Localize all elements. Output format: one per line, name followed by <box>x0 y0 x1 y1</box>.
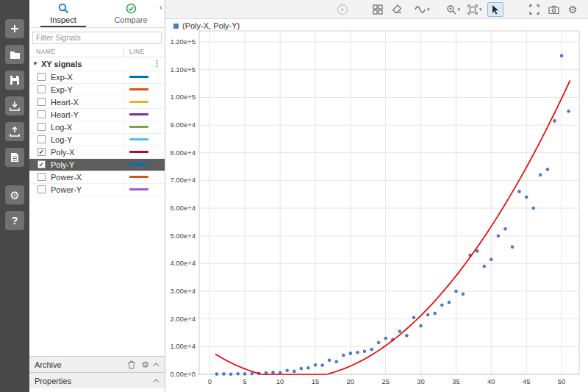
svg-text:10: 10 <box>276 377 284 385</box>
add-button[interactable] <box>5 19 24 38</box>
signal-name: Power-Y <box>51 185 123 194</box>
signal-group-xy-signals[interactable]: ▼ XY signals ⋮ <box>29 57 165 71</box>
signal-checkbox[interactable] <box>37 123 46 131</box>
signal-checkbox[interactable] <box>37 85 46 93</box>
tab-compare-label: Compare <box>114 15 147 24</box>
legend-label: (Poly-X, Poly-Y) <box>182 21 240 30</box>
signal-checkbox[interactable] <box>37 185 46 193</box>
plus-icon <box>10 24 20 34</box>
kebab-menu-icon[interactable]: ⋮ <box>153 59 161 68</box>
signal-name: Power-X <box>51 173 123 182</box>
signal-row-log-x[interactable]: Log-X <box>29 121 165 134</box>
svg-text:25: 25 <box>381 377 390 385</box>
check-circle-icon <box>126 3 137 14</box>
zoom-dropdown[interactable]: ▾ <box>444 2 463 17</box>
signal-line-cell <box>123 184 165 196</box>
tab-inspect[interactable]: Inspect <box>29 0 97 27</box>
save-icon <box>10 75 20 85</box>
chart-settings-button[interactable]: ⚙ <box>564 2 581 17</box>
signal-line-cell <box>123 121 165 133</box>
signal-row-poly-y[interactable]: ✓Poly-Y <box>29 159 165 171</box>
svg-text:6.00e+4: 6.00e+4 <box>170 204 196 212</box>
snapshot-button[interactable] <box>545 2 562 17</box>
tab-inspect-label: Inspect <box>50 15 76 24</box>
signal-checkbox[interactable]: ✓ <box>37 148 46 156</box>
signal-row-power-x[interactable]: Power-X <box>29 171 165 184</box>
panel-tabs: Inspect Compare <box>29 0 165 28</box>
svg-text:30: 30 <box>417 377 425 385</box>
preferences-button[interactable]: ⚙ <box>5 185 24 204</box>
signal-checkbox[interactable] <box>37 135 46 143</box>
eraser-button[interactable] <box>389 2 405 17</box>
save-button[interactable] <box>5 71 24 90</box>
signals-panel: ‹ Inspect Compare NAME LINE ▼ XY signals… <box>29 0 165 392</box>
signal-color-swatch <box>129 76 148 78</box>
signal-row-exp-y[interactable]: Exp-Y <box>29 84 165 96</box>
svg-text:0: 0 <box>208 377 212 385</box>
signal-row-poly-x[interactable]: ✓Poly-X <box>29 146 165 159</box>
export-icon <box>10 126 20 137</box>
signal-checkbox[interactable]: ✓ <box>37 160 46 168</box>
signal-name: Exp-Y <box>51 85 123 94</box>
chart-toolbar: ▾ ▾ ▾ ⚙ <box>165 0 588 19</box>
layout-button[interactable] <box>370 2 386 17</box>
svg-text:2.00e+4: 2.00e+4 <box>170 315 196 323</box>
archive-bar[interactable]: Archive ⚙ <box>29 356 165 372</box>
chevron-down-icon: ▾ <box>479 7 482 13</box>
signal-line-cell <box>123 159 165 171</box>
column-line: LINE <box>123 46 165 57</box>
open-button[interactable] <box>5 45 24 64</box>
eraser-icon <box>392 4 403 14</box>
report-button[interactable] <box>5 148 24 167</box>
trash-icon[interactable] <box>128 360 135 369</box>
svg-text:15: 15 <box>312 377 320 385</box>
signal-row-heart-y[interactable]: Heart-Y <box>29 109 165 121</box>
signal-list: Exp-XExp-YHeart-XHeart-YLog-XLog-Y✓Poly-… <box>29 71 165 196</box>
signal-style-dropdown[interactable]: ▾ <box>412 2 432 17</box>
signal-checkbox[interactable] <box>37 73 46 81</box>
cursor-arrow-icon <box>491 4 500 15</box>
signal-row-log-y[interactable]: Log-Y <box>29 134 165 146</box>
signal-name: Poly-X <box>51 148 123 157</box>
properties-collapse-icon[interactable] <box>153 379 159 385</box>
run-circle-icon <box>337 4 348 15</box>
signal-row-heart-x[interactable]: Heart-X <box>29 96 165 109</box>
export-button[interactable] <box>5 122 24 141</box>
plot-area: ▾ ▾ ▾ ⚙ <box>165 0 588 392</box>
signal-row-exp-x[interactable]: Exp-X <box>29 71 165 84</box>
svg-text:4.00e+4: 4.00e+4 <box>170 259 196 267</box>
archive-collapse-icon[interactable] <box>153 363 159 368</box>
xy-plot[interactable]: 051015202530354045500.00e+01.00e+42.00e+… <box>165 19 588 392</box>
fullscreen-button[interactable] <box>526 2 542 17</box>
archive-label: Archive <box>35 360 62 369</box>
pointer-tool-button[interactable] <box>487 2 503 17</box>
signal-checkbox[interactable] <box>37 110 46 118</box>
signal-name: Exp-X <box>51 73 123 82</box>
signal-checkbox[interactable] <box>37 173 46 181</box>
folder-icon <box>10 50 21 60</box>
run-button[interactable] <box>334 2 351 17</box>
chevron-down-icon: ▼ <box>32 60 38 67</box>
legend-marker <box>173 24 179 29</box>
filter-signals-input[interactable] <box>32 32 162 44</box>
chevron-down-icon: ▾ <box>427 7 430 13</box>
signal-line-cell <box>123 96 165 108</box>
signal-wave-icon <box>415 5 426 14</box>
column-name: NAME <box>29 48 123 55</box>
chart-canvas[interactable]: (Poly-X, Poly-Y) 051015202530354045500.0… <box>165 19 588 392</box>
import-button[interactable] <box>5 96 24 115</box>
fit-view-dropdown[interactable]: ▾ <box>465 2 484 17</box>
properties-bar[interactable]: Properties <box>29 372 165 388</box>
signal-checkbox[interactable] <box>37 98 46 106</box>
archive-settings-gear-icon[interactable]: ⚙ <box>141 360 149 369</box>
signal-color-swatch <box>129 101 148 103</box>
svg-text:35: 35 <box>452 377 460 385</box>
signal-color-swatch <box>129 163 148 165</box>
tab-compare[interactable]: Compare <box>97 0 165 27</box>
zoom-icon <box>446 4 456 15</box>
svg-text:5: 5 <box>243 377 247 385</box>
help-button[interactable]: ? <box>5 211 24 230</box>
svg-text:40: 40 <box>487 377 495 385</box>
camera-icon <box>548 5 559 14</box>
signal-row-power-y[interactable]: Power-Y <box>29 184 165 196</box>
